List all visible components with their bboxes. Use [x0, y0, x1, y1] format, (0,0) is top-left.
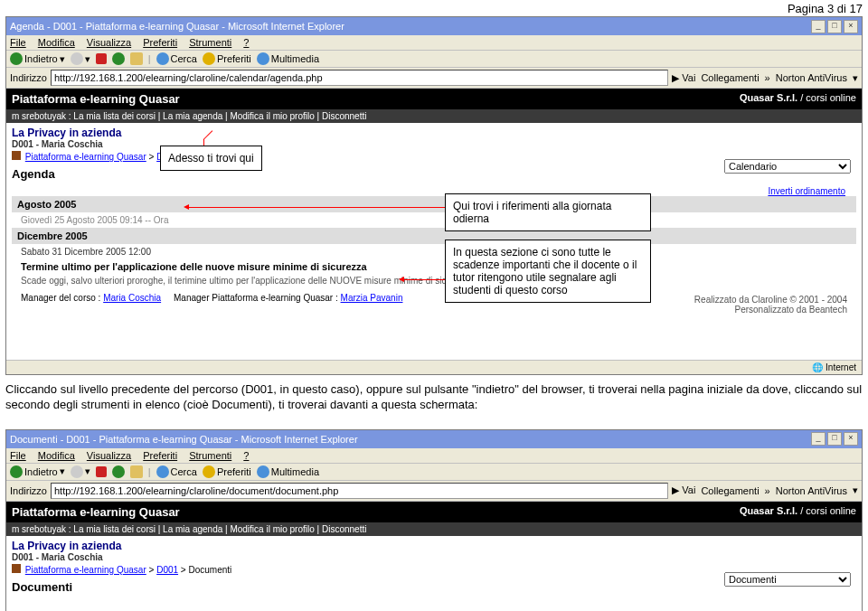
menu-file[interactable]: File	[10, 450, 26, 461]
menu-tools[interactable]: Strumenti	[189, 450, 231, 461]
maximize-button[interactable]: □	[827, 432, 842, 446]
month-header-1: Agosto 2005	[12, 196, 856, 212]
media-button[interactable]: Multimedia	[257, 465, 319, 478]
invert-order-link[interactable]: Inverti ordinamento	[768, 186, 845, 196]
platform-title: Piattaforma e-learning Quasar	[12, 92, 180, 106]
refresh-button[interactable]	[112, 52, 125, 65]
manager-link[interactable]: Maria Coschia	[103, 293, 161, 303]
callout-3: In questa sezione ci sono tutte le scade…	[445, 240, 651, 303]
window-title: Documenti - D001 - Piattaforma e-learnin…	[10, 434, 358, 445]
menu-file[interactable]: File	[10, 37, 26, 48]
callout-2: Qui trovi i riferimenti alla giornata od…	[445, 193, 651, 231]
back-button[interactable]: Indietro ▾	[10, 52, 65, 65]
forward-button[interactable]: ▾	[71, 465, 90, 478]
agenda-entry-2: Sabato 31 Dicembre 2005 12:00	[12, 244, 856, 259]
norton-label: Norton AntiVirus	[776, 72, 847, 83]
agenda-item-desc: Scade oggi, salvo ulteriori proroghe, il…	[12, 274, 856, 291]
manager-line: Manager del corso : Maria Coschia Manage…	[12, 291, 411, 308]
statusbar: 🌐 Internet	[6, 360, 862, 374]
media-button[interactable]: Multimedia	[257, 52, 319, 65]
menu-favorites[interactable]: Preferiti	[143, 450, 177, 461]
agenda-item-title: Termine ultimo per l'applicazione delle …	[12, 259, 856, 274]
address-bar: Indirizzo ▶ Vai Collegamenti» Norton Ant…	[6, 68, 862, 89]
address-input[interactable]	[51, 70, 668, 86]
forward-button[interactable]: ▾	[71, 52, 90, 65]
breadcrumb-home[interactable]: Piattaforma e-learning Quasar	[25, 565, 146, 575]
course-code: D001 - Maria Coschia	[12, 139, 856, 149]
course-title: La Privacy in azienda	[12, 540, 856, 552]
menu-help[interactable]: ?	[243, 37, 249, 48]
window-title: Agenda - D001 - Piattaforma e-learning Q…	[10, 21, 344, 32]
links-button[interactable]: Collegamenti	[701, 72, 759, 83]
browser-window-1: Agenda - D001 - Piattaforma e-learning Q…	[5, 16, 863, 375]
home-icon	[12, 564, 21, 573]
instruction-paragraph: Cliccando sul livello precedente del per…	[5, 382, 863, 413]
callout-1: Adesso ti trovi qui	[160, 146, 262, 171]
credits: Realizzato da Claroline © 2001 - 2004 Pe…	[685, 291, 856, 318]
platform-title: Piattaforma e-learning Quasar	[12, 505, 180, 519]
menu-help[interactable]: ?	[243, 450, 249, 461]
address-input[interactable]	[51, 483, 668, 499]
platform-header: Piattaforma e-learning Quasar Quasar S.r…	[6, 89, 862, 109]
stop-button[interactable]	[96, 466, 107, 477]
minimize-button[interactable]: _	[811, 20, 826, 33]
close-button[interactable]: ×	[844, 432, 858, 446]
status-internet: 🌐 Internet	[812, 362, 856, 372]
menubar: File Modifica Visualizza Preferiti Strum…	[6, 448, 862, 464]
menu-favorites[interactable]: Preferiti	[143, 37, 177, 48]
titlebar: Agenda - D001 - Piattaforma e-learning Q…	[6, 17, 862, 35]
menu-view[interactable]: Visualizza	[87, 450, 131, 461]
search-button[interactable]: Cerca	[156, 52, 197, 65]
menu-tools[interactable]: Strumenti	[189, 37, 231, 48]
titlebar: Documenti - D001 - Piattaforma e-learnin…	[6, 430, 862, 448]
manager2-link[interactable]: Marzia Pavanin	[341, 293, 403, 303]
stop-button[interactable]	[96, 53, 107, 64]
close-button[interactable]: ×	[844, 20, 858, 33]
links-button[interactable]: Collegamenti	[701, 485, 759, 496]
back-button[interactable]: Indietro ▾	[10, 465, 65, 478]
page-content: Piattaforma e-learning Quasar Quasar S.r…	[6, 89, 862, 360]
favorites-button[interactable]: Preferiti	[203, 465, 251, 478]
menu-edit[interactable]: Modifica	[38, 37, 75, 48]
breadcrumb-code[interactable]: D001	[156, 565, 178, 575]
browser-window-2: Documenti - D001 - Piattaforma e-learnin…	[5, 429, 863, 611]
agenda-entry-1: Giovedì 25 Agosto 2005 09:14 -- Ora	[12, 212, 856, 228]
norton-label: Norton AntiVirus	[776, 485, 847, 496]
home-button[interactable]	[130, 52, 143, 65]
home-button[interactable]	[130, 465, 143, 478]
platform-header: Piattaforma e-learning Quasar Quasar S.r…	[6, 502, 862, 522]
tool-dropdown[interactable]: Documenti	[724, 572, 851, 587]
month-header-2: Dicembre 2005	[12, 228, 856, 244]
minimize-button[interactable]: _	[811, 432, 826, 446]
toolbar: Indietro ▾ ▾ | Cerca Preferiti Multimedi…	[6, 51, 862, 68]
course-code: D001 - Maria Coschia	[12, 552, 856, 562]
favorites-button[interactable]: Preferiti	[203, 52, 251, 65]
maximize-button[interactable]: □	[827, 20, 842, 33]
toolbar: Indietro ▾ ▾ | Cerca Preferiti Multimedi…	[6, 464, 862, 481]
go-button[interactable]: ▶ Vai	[672, 72, 695, 84]
user-nav[interactable]: m srebotuyak : La mia lista dei corsi | …	[6, 109, 862, 123]
menu-edit[interactable]: Modifica	[38, 450, 75, 461]
menu-view[interactable]: Visualizza	[87, 37, 131, 48]
tool-dropdown[interactable]: Calendario	[724, 159, 851, 174]
breadcrumb-current: Documenti	[188, 565, 231, 575]
course-title: La Privacy in azienda	[12, 127, 856, 139]
address-bar: Indirizzo ▶ Vai Collegamenti» Norton Ant…	[6, 481, 862, 502]
menubar: File Modifica Visualizza Preferiti Strum…	[6, 35, 862, 51]
status-left	[12, 362, 14, 372]
page-content: Piattaforma e-learning Quasar Quasar S.r…	[6, 502, 862, 611]
refresh-button[interactable]	[112, 465, 125, 478]
address-label: Indirizzo	[10, 72, 47, 83]
address-label: Indirizzo	[10, 485, 47, 496]
page-number: Pagina 3 di 17	[788, 2, 863, 15]
search-button[interactable]: Cerca	[156, 465, 197, 478]
home-icon	[12, 151, 21, 160]
user-nav[interactable]: m srebotuyak : La mia lista dei corsi | …	[6, 522, 862, 536]
go-button[interactable]: ▶ Vai	[672, 484, 695, 496]
breadcrumb-home[interactable]: Piattaforma e-learning Quasar	[25, 152, 146, 162]
